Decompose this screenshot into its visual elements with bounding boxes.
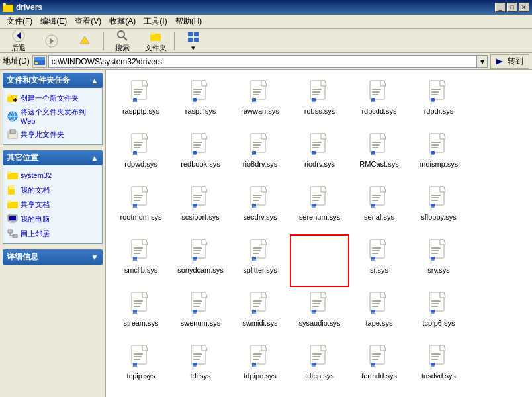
svg-marker-85 <box>440 81 445 86</box>
list-item[interactable]: sys swenum.sys <box>171 287 230 340</box>
view-button[interactable]: ▾ <box>177 28 209 54</box>
address-input[interactable]: c:\WINDOWS\system32\drivers <box>48 55 477 68</box>
forward-button[interactable] <box>36 32 67 50</box>
svg-rect-230 <box>134 300 143 302</box>
svg-rect-126 <box>372 142 381 143</box>
sidebar-item-network[interactable]: 网上邻居 <box>6 226 99 241</box>
list-item[interactable]: sys sfloppy.sys <box>409 181 468 234</box>
list-item[interactable]: sys tunmp.sys <box>171 393 230 397</box>
list-item[interactable]: sys raspti.sys <box>171 75 230 128</box>
list-item[interactable]: sys rootmdm.sys <box>111 181 171 234</box>
list-item[interactable] <box>290 234 349 287</box>
file-label: tcpip6.sys <box>423 319 455 328</box>
list-item[interactable]: sys rdpdr.sys <box>409 75 468 128</box>
list-item[interactable]: sys riodrv.sys <box>290 128 349 181</box>
minimize-button[interactable]: _ <box>495 3 506 12</box>
sidebar-item-shared-docs[interactable]: 共享文档 <box>6 197 99 212</box>
file-icon: sys <box>428 344 449 371</box>
list-item[interactable]: sys rdpcdd.sys <box>349 75 409 128</box>
menu-help[interactable]: 帮助(H) <box>171 15 206 28</box>
svg-text:sys: sys <box>134 152 138 155</box>
list-item[interactable]: sys raspptp.sys <box>111 75 171 128</box>
list-item[interactable]: sys update.sys <box>290 393 349 397</box>
list-item[interactable]: sys usb8023.sys <box>349 393 409 397</box>
view-icon <box>187 30 200 43</box>
svg-rect-294 <box>253 353 262 355</box>
list-item[interactable]: sys serenum.sys <box>290 181 349 234</box>
list-item[interactable]: sys scsiport.sys <box>171 181 230 234</box>
menu-edit[interactable]: 编辑(E) <box>36 15 71 28</box>
list-item[interactable]: sys sonydcam.sys <box>171 234 230 287</box>
file-area[interactable]: sys raspptp.sys sys raspti.sys sys rawwa… <box>106 70 532 397</box>
back-button[interactable]: 后退 <box>3 27 34 55</box>
titlebar-buttons: _ □ ✕ <box>495 3 529 12</box>
list-item[interactable]: sys stream.sys <box>111 287 171 340</box>
svg-text:sys: sys <box>372 152 376 155</box>
svg-rect-15 <box>194 38 199 42</box>
sidebar-item-mypc[interactable]: 我的电脑 <box>6 212 99 226</box>
list-item[interactable]: sys rawwan.sys <box>230 75 290 128</box>
list-item[interactable]: sys sysaudio.sys <box>290 287 349 340</box>
list-item[interactable]: sys serial.sys <box>349 181 409 234</box>
svg-rect-272 <box>431 306 438 307</box>
list-item[interactable]: sys tdtcp.sys <box>290 340 349 393</box>
svg-rect-232 <box>134 306 140 307</box>
sidebar-item-share[interactable]: 共享此文件夹 <box>6 127 99 142</box>
list-item[interactable]: sys RMCast.sys <box>349 128 409 181</box>
sidebar-item-mydocs[interactable]: 我的文档 <box>6 183 99 197</box>
list-item[interactable]: sys splitter.sys <box>230 234 290 287</box>
menu-view[interactable]: 查看(V) <box>71 15 105 28</box>
go-button[interactable]: 转到 <box>490 54 529 69</box>
svg-rect-246 <box>253 300 262 302</box>
list-item[interactable]: sys udfs.sys <box>230 393 290 397</box>
svg-rect-216 <box>372 253 378 254</box>
share-icon <box>7 129 18 140</box>
svg-text:sys: sys <box>312 152 316 155</box>
list-item[interactable]: sys smclib.sys <box>111 234 171 287</box>
sidebar-item-publish[interactable]: 将这个文件夹发布到 Web <box>6 105 99 127</box>
list-item[interactable]: sys tcpip.sys <box>111 340 171 393</box>
list-item[interactable]: sys srv.sys <box>409 234 468 287</box>
svg-rect-144 <box>134 200 140 201</box>
list-item[interactable]: sys tdpipe.sys <box>230 340 290 393</box>
svg-rect-311 <box>372 356 380 357</box>
svg-rect-28 <box>10 130 15 134</box>
sidebar-item-system32[interactable]: system32 <box>6 168 99 183</box>
address-dropdown[interactable]: ▾ <box>477 55 488 68</box>
close-button[interactable]: ✕ <box>519 3 529 12</box>
list-item[interactable]: sys redbook.sys <box>171 128 230 181</box>
file-label: rdbss.sys <box>304 107 335 116</box>
list-item[interactable]: sys rdpwd.sys <box>111 128 171 181</box>
list-item[interactable]: sys tcpip6.sys <box>409 287 468 340</box>
list-item[interactable]: sys tsbvcap.sys <box>111 393 171 397</box>
svg-rect-223 <box>431 250 439 251</box>
search-button[interactable]: 搜索 <box>107 27 138 55</box>
list-item[interactable]: sys rndismp.sys <box>409 128 468 181</box>
svg-text:sys: sys <box>372 311 376 314</box>
list-item[interactable]: sys swmidi.sys <box>230 287 290 340</box>
list-item[interactable]: sys usbcamd2.sys <box>409 393 468 397</box>
list-item[interactable]: sys termdd.sys <box>349 340 409 393</box>
file-icon: sys <box>190 132 211 159</box>
list-item[interactable]: sys sr.sys <box>349 234 409 287</box>
folder-button[interactable]: 文件夹 <box>140 27 171 55</box>
sidebar-item-new-folder[interactable]: 创建一个新文件夹 <box>6 91 99 105</box>
list-item[interactable]: sys rio8drv.sys <box>230 128 290 181</box>
up-button[interactable] <box>69 32 101 50</box>
maximize-button[interactable]: □ <box>507 3 517 12</box>
sidebar-header-tasks[interactable]: 文件和文件夹任务 ▲ <box>3 73 103 88</box>
sidebar-header-details[interactable]: 详细信息 ▼ <box>3 249 103 265</box>
list-item[interactable]: sys rdbss.sys <box>290 75 349 128</box>
svg-marker-109 <box>261 134 267 139</box>
file-icon: sys <box>309 185 330 212</box>
list-item[interactable]: sys tape.sys <box>349 287 409 340</box>
svg-text:sys: sys <box>193 152 197 155</box>
sidebar-header-locations[interactable]: 其它位置 ▲ <box>3 150 103 165</box>
svg-rect-36 <box>9 216 16 220</box>
svg-rect-191 <box>134 250 142 251</box>
list-item[interactable]: sys secdrv.sys <box>230 181 290 234</box>
list-item[interactable]: sys tdi.sys <box>171 340 230 393</box>
svg-text:sys: sys <box>431 99 435 103</box>
svg-marker-261 <box>380 292 386 298</box>
list-item[interactable]: sys tosdvd.sys <box>409 340 468 393</box>
